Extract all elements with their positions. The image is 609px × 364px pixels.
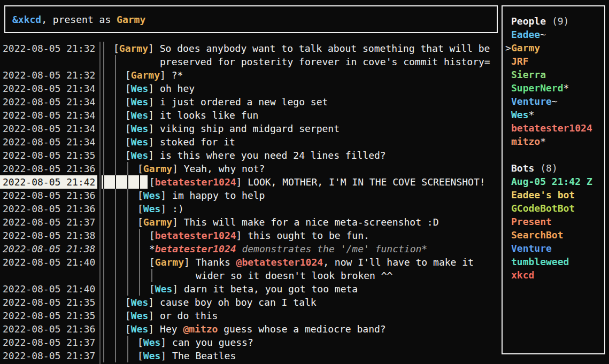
nick: Wes bbox=[131, 323, 149, 335]
nick-bracket-open: [ bbox=[125, 136, 131, 148]
user-name: SearchBot bbox=[511, 229, 564, 241]
nick: Wes bbox=[143, 190, 161, 201]
message-text: i just ordered a new lego set bbox=[160, 96, 328, 107]
chat-row[interactable]: 2022-08-05 21:34[Wes] oh hey bbox=[0, 82, 500, 95]
message-text: it looks like fun bbox=[160, 110, 258, 121]
chat-row[interactable]: 2022-08-05 21:34[Wes] it looks like fun bbox=[0, 109, 500, 122]
people-list-item[interactable]: >Garmy bbox=[511, 41, 604, 55]
chat-row[interactable]: 2022-08-05 21:36[Wes] im happy to help bbox=[0, 189, 500, 202]
timestamp: 2022-08-05 21:34 bbox=[3, 122, 95, 135]
bots-list-item[interactable]: tumbleweed bbox=[511, 255, 604, 268]
bots-header: Bots (8) bbox=[511, 161, 604, 175]
bots-list-item[interactable]: Eadee's bot bbox=[511, 188, 604, 202]
nick-bracket-close: ] bbox=[148, 136, 160, 148]
thread-line bbox=[151, 269, 152, 282]
chat-row[interactable]: 2022-08-05 21:32[Garmy] So does anybody … bbox=[0, 42, 500, 55]
chat-row[interactable]: 2022-08-05 21:37[Wes] The Beatles bbox=[0, 349, 500, 362]
chat-row[interactable]: 2022-08-05 21:40[Garmy] Thanks @betatest… bbox=[0, 255, 500, 269]
nick-bracket-close: ] bbox=[160, 203, 172, 214]
bots-list: Aug-05 21:42 ZEadee's botGCodeBotBotPres… bbox=[511, 175, 604, 282]
people-list-item[interactable]: SuperNerd* bbox=[511, 81, 604, 95]
user-name: Venture bbox=[511, 96, 552, 107]
chat-row[interactable]: 2022-08-05 21:36[Wes] Hey @mitzo guess w… bbox=[0, 322, 500, 336]
chat-row[interactable]: 2022-08-05 21:40[Wes] darn it beta, you … bbox=[0, 282, 500, 296]
message-body: wider so it doesn't look broken ^^ bbox=[196, 269, 392, 282]
message-body: [betatester1024] LOOK, MOTHER, I'M IN TH… bbox=[149, 175, 485, 189]
user-name: Garmy bbox=[511, 42, 540, 53]
nick: betatester1024 bbox=[155, 230, 236, 241]
nick-bracket-open: [ bbox=[137, 337, 143, 348]
nick-bracket-open: [ bbox=[149, 176, 155, 188]
people-list-item[interactable]: Sierra bbox=[511, 68, 604, 81]
chat-row-action[interactable]: 2022-08-05 21:38*betatester1024 demonstr… bbox=[0, 242, 500, 255]
chat-row-continuation[interactable]: preserved for posterity forever in cove'… bbox=[0, 55, 500, 68]
nick: Wes bbox=[131, 123, 149, 134]
nick-bracket-open: [ bbox=[125, 123, 131, 134]
bots-list-item[interactable]: GCodeBotBot bbox=[511, 202, 604, 215]
bots-list-item[interactable]: xkcd bbox=[511, 268, 604, 282]
people-list-item[interactable]: JRF bbox=[511, 55, 604, 68]
chat-row[interactable]: 2022-08-05 21:42[betatester1024] LOOK, M… bbox=[0, 175, 500, 189]
message-body: [betatester1024] this ought to be fun. bbox=[149, 229, 369, 242]
chat-row[interactable]: 2022-08-05 21:34[Wes] viking ship and mi… bbox=[0, 122, 500, 135]
nick: Wes bbox=[131, 297, 149, 308]
nick-bracket-close: ] bbox=[148, 310, 160, 321]
people-list-item[interactable]: Wes* bbox=[511, 108, 604, 121]
thread-line bbox=[103, 42, 104, 362]
user-name: Eadee's bot bbox=[511, 189, 575, 200]
chat-row-continuation[interactable]: wider so it doesn't look broken ^^ bbox=[0, 269, 500, 282]
user-name: Eadee bbox=[511, 29, 540, 40]
bots-list-item[interactable]: Venture bbox=[511, 242, 604, 255]
chat-row[interactable]: 2022-08-05 21:35[Wes] cause boy oh boy c… bbox=[0, 296, 500, 309]
timestamp: 2022-08-05 21:37 bbox=[3, 215, 95, 229]
nick-bracket-close: ] bbox=[148, 43, 160, 54]
chat-row[interactable]: 2022-08-05 21:35[Wes] or do this bbox=[0, 309, 500, 322]
people-list-item[interactable]: Eadee~ bbox=[511, 28, 604, 41]
chat-row[interactable]: 2022-08-05 21:34[Wes] stoked for it bbox=[0, 135, 500, 149]
message-text: wider so it doesn't look broken ^^ bbox=[196, 270, 392, 281]
chat-row[interactable]: 2022-08-05 21:32[Garmy] ?* bbox=[0, 68, 500, 82]
nick-bracket-open: [ bbox=[137, 203, 143, 214]
message-body: preserved for posterity forever in cove'… bbox=[160, 55, 490, 68]
message-body: [Garmy] Thanks @betatester1024, now I'll… bbox=[149, 255, 474, 269]
chat-row[interactable]: 2022-08-05 21:36[Garmy] Yeah, why not? bbox=[0, 162, 500, 175]
nick-bracket-close: ] bbox=[148, 96, 160, 107]
nick: Wes bbox=[131, 136, 149, 148]
nick-bracket-close: ] bbox=[236, 176, 248, 188]
timestamp: 2022-08-05 21:32 bbox=[3, 68, 95, 82]
chat-row[interactable]: 2022-08-05 21:38[betatester1024] this ou… bbox=[0, 229, 500, 242]
message-text: Yeah, why not? bbox=[184, 163, 265, 174]
message-text: Thanks bbox=[196, 257, 236, 268]
chat-row[interactable]: 2022-08-05 21:34[Wes] i just ordered a n… bbox=[0, 95, 500, 109]
user-status-suffix: * bbox=[529, 109, 535, 120]
nick: Garmy bbox=[143, 163, 172, 174]
message-body: [Garmy] Yeah, why not? bbox=[137, 162, 265, 175]
bots-list-item[interactable]: Aug-05 21:42 Z bbox=[511, 175, 604, 188]
message-body: [Wes] :) bbox=[137, 202, 184, 215]
nick-bracket-open: [ bbox=[125, 323, 131, 335]
message-body: [Wes] stoked for it bbox=[125, 135, 235, 149]
timestamp: 2022-08-05 21:35 bbox=[3, 309, 95, 322]
user-name: Wes bbox=[511, 109, 529, 120]
timestamp: 2022-08-05 21:38 bbox=[3, 242, 95, 255]
chat-row[interactable]: 2022-08-05 21:37[Wes] can you guess? bbox=[0, 336, 500, 349]
user-name: Present bbox=[511, 216, 552, 227]
chat-row[interactable]: 2022-08-05 21:36[Wes] :) bbox=[0, 202, 500, 215]
nick-bracket-close: ] bbox=[184, 257, 196, 268]
people-list: Eadee~>GarmyJRFSierraSuperNerd*Venture~W… bbox=[511, 28, 604, 148]
message-text: viking ship and midgard serpent bbox=[160, 123, 340, 134]
nick-bracket-open: [ bbox=[125, 69, 131, 81]
chat-row[interactable]: 2022-08-05 21:37[Garmy] This will make f… bbox=[0, 215, 500, 229]
timestamp: 2022-08-05 21:36 bbox=[3, 162, 95, 175]
user-name: betatester1024 bbox=[511, 122, 592, 134]
people-list-item[interactable]: mitzo* bbox=[511, 135, 604, 148]
thread-line-highlight-gap bbox=[127, 175, 128, 189]
timestamp: 2022-08-05 21:36 bbox=[3, 189, 95, 202]
user-name: tumbleweed bbox=[511, 256, 569, 267]
bots-list-item[interactable]: Present bbox=[511, 215, 604, 228]
bots-list-item[interactable]: SearchBot bbox=[511, 228, 604, 242]
people-list-item[interactable]: betatester1024 bbox=[511, 121, 604, 135]
chat-row[interactable]: 2022-08-05 21:35[Wes] is this where you … bbox=[0, 149, 500, 162]
nick-bracket-open: [ bbox=[125, 110, 131, 121]
people-list-item[interactable]: Venture~ bbox=[511, 95, 604, 108]
